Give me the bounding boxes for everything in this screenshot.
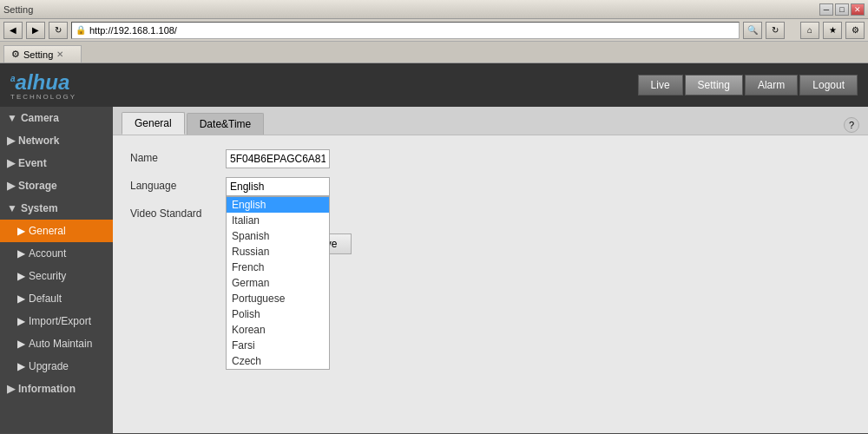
language-option-spanish[interactable]: Spanish: [227, 228, 329, 244]
automaintain-arrow-icon: ▶: [17, 338, 25, 350]
logo: aalhua TECHNOLOGY: [10, 70, 76, 101]
language-dropdown-list[interactable]: EnglishItalianSpanishRussianFrenchGerman…: [226, 196, 330, 370]
app: aalhua TECHNOLOGY Live Setting Alarm Log…: [0, 63, 868, 433]
name-input[interactable]: [226, 149, 330, 168]
logout-button[interactable]: Logout: [799, 75, 858, 95]
sidebar-item-default[interactable]: ▶ Default: [0, 287, 113, 310]
language-dropdown-wrapper: English EnglishItalianSpanishRussianFren…: [226, 177, 330, 196]
sidebar-item-information[interactable]: ▶ Information: [0, 378, 113, 400]
information-arrow-icon: ▶: [7, 383, 15, 395]
language-field: English EnglishItalianSpanishRussianFren…: [226, 177, 851, 196]
window-controls: ─ □ ✕: [819, 3, 865, 16]
sidebar: ▼ Camera ▶ Network ▶ Event ▶ Storage ▼ S…: [0, 107, 113, 433]
maximize-button[interactable]: □: [835, 3, 849, 16]
language-option-polish[interactable]: Polish: [227, 306, 329, 322]
language-dropdown[interactable]: English: [226, 177, 330, 196]
system-arrow-icon: ▼: [7, 202, 17, 214]
language-option-english[interactable]: English: [227, 197, 329, 213]
default-arrow-icon: ▶: [17, 293, 25, 305]
address-icon: 🔒: [76, 25, 86, 35]
account-arrow-icon: ▶: [17, 247, 25, 260]
sidebar-item-upgrade[interactable]: ▶ Upgrade: [0, 355, 113, 378]
camera-arrow-icon: ▼: [7, 112, 17, 124]
help-button[interactable]: ?: [844, 117, 859, 133]
tab-datetime[interactable]: Date&Time: [187, 113, 265, 135]
app-header: aalhua TECHNOLOGY Live Setting Alarm Log…: [0, 63, 868, 107]
close-button[interactable]: ✕: [851, 3, 865, 16]
tools-button[interactable]: ⚙: [845, 22, 865, 39]
language-option-russian[interactable]: Russian: [227, 244, 329, 260]
sidebar-item-event[interactable]: ▶ Event: [0, 152, 113, 174]
search-button[interactable]: 🔍: [743, 22, 762, 39]
video-standard-label: Video Standard: [130, 205, 226, 220]
window-title: Setting: [3, 4, 33, 15]
language-option-korean[interactable]: Korean: [227, 322, 329, 338]
tab-favicon: ⚙: [11, 49, 20, 60]
language-option-czech[interactable]: Czech: [227, 353, 329, 369]
live-button[interactable]: Live: [638, 75, 683, 95]
star-button[interactable]: ★: [823, 22, 842, 39]
general-arrow-icon: ▶: [17, 225, 25, 237]
forward-button[interactable]: ▶: [26, 22, 45, 39]
content-tabs-bar: General Date&Time ?: [113, 107, 868, 135]
language-option-portuguese[interactable]: Portuguese: [227, 291, 329, 306]
sidebar-item-security[interactable]: ▶ Security: [0, 265, 113, 287]
address-text: http://192.168.1.108/: [89, 25, 177, 36]
language-option-dutch[interactable]: Dutch: [227, 369, 329, 370]
sidebar-item-account[interactable]: ▶ Account: [0, 242, 113, 265]
back-button[interactable]: ◀: [3, 22, 23, 39]
main-area: ▼ Camera ▶ Network ▶ Event ▶ Storage ▼ S…: [0, 107, 868, 433]
address-bar[interactable]: 🔒 http://192.168.1.108/: [71, 22, 740, 39]
content-area: General Date&Time ? Name Language: [113, 107, 868, 433]
sidebar-item-network[interactable]: ▶ Network: [0, 129, 113, 152]
minimize-button[interactable]: ─: [819, 3, 833, 16]
refresh-button[interactable]: ↻: [49, 22, 68, 39]
storage-arrow-icon: ▶: [7, 180, 15, 192]
name-row: Name: [130, 149, 851, 168]
name-label: Name: [130, 149, 226, 164]
browser-tab[interactable]: ⚙ Setting ✕: [3, 45, 82, 62]
sidebar-item-camera[interactable]: ▼ Camera: [0, 107, 113, 129]
browser-tab-bar: ⚙ Setting ✕: [0, 42, 868, 62]
sidebar-item-auto-maintain[interactable]: ▶ Auto Maintain: [0, 332, 113, 355]
language-option-french[interactable]: French: [227, 260, 329, 275]
title-bar: Setting ─ □ ✕: [0, 0, 868, 19]
upgrade-arrow-icon: ▶: [17, 360, 25, 372]
security-arrow-icon: ▶: [17, 270, 25, 282]
alarm-button[interactable]: Alarm: [745, 75, 798, 95]
setting-button[interactable]: Setting: [685, 75, 743, 95]
language-selected: English: [230, 181, 264, 193]
logo-text: aalhua: [10, 70, 69, 94]
tab-general[interactable]: General: [122, 112, 185, 135]
language-option-farsi[interactable]: Farsi: [227, 338, 329, 353]
language-option-italian[interactable]: Italian: [227, 213, 329, 228]
network-arrow-icon: ▶: [7, 135, 15, 147]
sidebar-item-storage[interactable]: ▶ Storage: [0, 174, 113, 197]
event-arrow-icon: ▶: [7, 157, 15, 169]
name-field: [226, 149, 851, 168]
language-option-german[interactable]: German: [227, 275, 329, 291]
language-row: Language English EnglishItalianSpanishRu…: [130, 177, 851, 196]
form-area: Name Language English Englis: [113, 135, 868, 268]
browser-tab-label: Setting: [23, 49, 53, 60]
sidebar-item-import-export[interactable]: ▶ Import/Export: [0, 310, 113, 332]
sidebar-item-system[interactable]: ▼ System: [0, 197, 113, 220]
nav-bar: ◀ ▶ ↻ 🔒 http://192.168.1.108/ 🔍 ↻ ⌂ ★ ⚙: [0, 19, 868, 42]
refresh-page-button[interactable]: ↻: [766, 22, 785, 39]
tab-close-button[interactable]: ✕: [56, 49, 63, 59]
logo-subtitle: TECHNOLOGY: [10, 93, 76, 101]
sidebar-item-general[interactable]: ▶ General: [0, 220, 113, 242]
language-label: Language: [130, 177, 226, 192]
importexport-arrow-icon: ▶: [17, 315, 25, 327]
header-buttons: Live Setting Alarm Logout: [638, 75, 858, 95]
home-button[interactable]: ⌂: [800, 22, 819, 39]
